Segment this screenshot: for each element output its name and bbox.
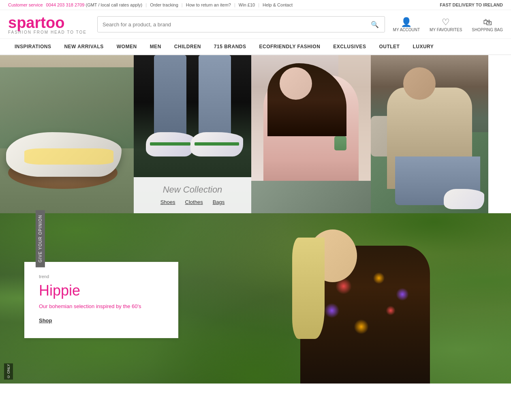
- header: spartoo FASHION FROM HEAD TO TOE 🔍 👤 MY …: [0, 10, 511, 39]
- delivery-notice: FAST DELIVERY TO IRELAND: [440, 2, 503, 7]
- feedback-tab[interactable]: GIVE YOUR OPINION: [36, 210, 45, 267]
- clothes-link[interactable]: Clothes: [185, 199, 203, 205]
- my-account-link[interactable]: 👤 MY ACCOUNT: [393, 17, 420, 32]
- copyright-text: © ONLY: [6, 364, 11, 379]
- bags-link[interactable]: Bags: [213, 199, 225, 205]
- nav-item-exclusives[interactable]: EXCLUSIVES: [327, 39, 372, 54]
- bag-icon: 🛍: [483, 17, 492, 28]
- nav-item-children[interactable]: CHILDREN: [168, 39, 207, 54]
- account-icon: 👤: [401, 17, 412, 28]
- nav-item-new-arrivals[interactable]: NEW ARRIVALS: [58, 39, 110, 54]
- shopping-bag-label: SHOPPING BAG: [472, 28, 503, 32]
- shopping-bag-link[interactable]: 🛍 SHOPPING BAG: [472, 17, 503, 32]
- collection-links: Shoes Clothes Bags: [142, 199, 243, 205]
- logo-pink: too: [41, 14, 64, 31]
- nav-item-men[interactable]: MEN: [143, 39, 168, 54]
- return-item-link[interactable]: How to return an item?: [186, 2, 231, 7]
- my-account-label: MY ACCOUNT: [393, 28, 420, 32]
- help-link[interactable]: Help & Contact: [263, 2, 293, 7]
- top-bar: Customer service 0044 203 318 2709 (GMT …: [0, 0, 511, 10]
- hero-man-sofa-image[interactable]: [371, 55, 488, 213]
- search-icon: 🔍: [371, 21, 379, 28]
- search-input[interactable]: [98, 21, 365, 28]
- trend-description: Our bohemian selection inspired by the 6…: [39, 303, 164, 309]
- nav-item-luxury[interactable]: LUXURY: [406, 39, 440, 54]
- my-favourites-link[interactable]: ♡ MY FAVOURITES: [430, 17, 462, 32]
- heart-icon: ♡: [442, 17, 450, 28]
- tagline: FASHION FROM HEAD TO TOE: [8, 30, 89, 34]
- header-icons: 👤 MY ACCOUNT ♡ MY FAVOURITES 🛍 SHOPPING …: [393, 17, 503, 32]
- woman-figure: [284, 213, 438, 384]
- order-tracking-link[interactable]: Order tracking: [150, 2, 178, 7]
- hero-sneaker-image[interactable]: [0, 55, 134, 213]
- feedback-label: GIVE YOUR OPINION: [38, 215, 43, 262]
- search-bar: 🔍: [97, 16, 385, 32]
- new-collection-title: New Collection: [142, 184, 243, 195]
- logo[interactable]: spartoo: [8, 14, 89, 32]
- trend-info-box: trend Hippie Our bohemian selection insp…: [24, 262, 178, 338]
- logo-dark: spar: [8, 14, 41, 31]
- nav-item-outlet[interactable]: OUTLET: [372, 39, 406, 54]
- search-button[interactable]: 🔍: [365, 21, 385, 28]
- win-link[interactable]: Win £10: [239, 2, 255, 7]
- collection-overlay: New Collection Shoes Clothes Bags: [134, 177, 251, 213]
- shoes-link[interactable]: Shoes: [160, 199, 175, 205]
- nav-item-ecofriendly[interactable]: ECOFRIENDLY FASHION: [253, 39, 327, 54]
- nav-item-inspirations[interactable]: INSPIRATIONS: [8, 39, 58, 54]
- copyright-badge: © ONLY: [4, 363, 13, 379]
- my-favourites-label: MY FAVOURITES: [430, 28, 462, 32]
- logo-area: spartoo FASHION FROM HEAD TO TOE: [8, 14, 89, 34]
- trend-shop-link[interactable]: Shop: [39, 317, 52, 324]
- trend-title: Hippie: [39, 282, 164, 299]
- main-nav: INSPIRATIONS NEW ARRIVALS WOMEN MEN CHIL…: [0, 39, 511, 55]
- nav-item-brands[interactable]: 715 BRANDS: [207, 39, 253, 54]
- bottom-hero: trend Hippie Our bohemian selection insp…: [0, 213, 511, 384]
- top-bar-left: Customer service 0044 203 318 2709 (GMT …: [8, 2, 293, 7]
- hero-woman-pink-image[interactable]: [251, 55, 371, 213]
- hero-collection-image[interactable]: New Collection Shoes Clothes Bags: [134, 55, 251, 213]
- phone-number: 0044 203 318 2709 (GMT / local call rate…: [46, 2, 143, 7]
- hero-grid: New Collection Shoes Clothes Bags: [0, 55, 511, 213]
- nav-item-women[interactable]: WOMEN: [110, 39, 143, 54]
- trend-label: trend: [39, 274, 164, 279]
- customer-service-label: Customer service: [8, 2, 43, 7]
